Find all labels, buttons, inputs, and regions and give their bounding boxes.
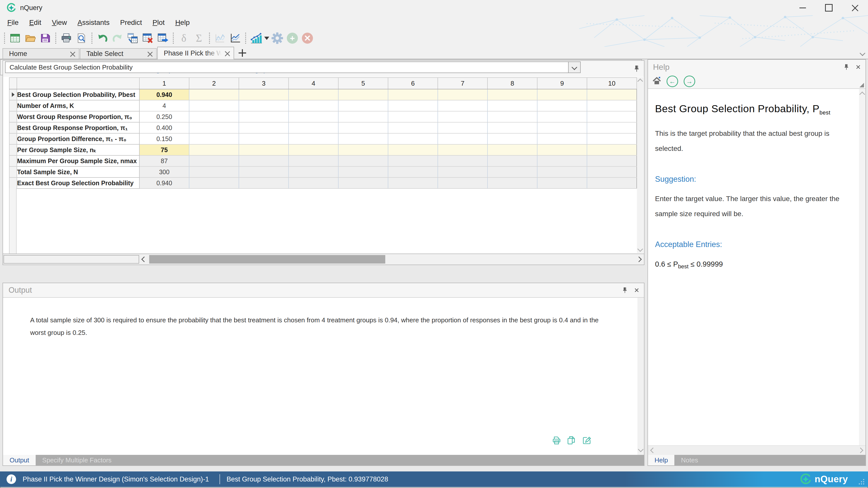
menu-plot[interactable]: Plot: [147, 19, 170, 27]
close-panel-icon[interactable]: [634, 287, 640, 293]
table-cell-empty[interactable]: [438, 144, 488, 155]
edit-output-icon[interactable]: [582, 436, 591, 446]
table-cell-empty[interactable]: [288, 177, 338, 189]
table-cell-empty[interactable]: [388, 100, 438, 111]
table-cell-empty[interactable]: [488, 166, 537, 177]
table-cell-empty[interactable]: [438, 100, 488, 111]
table-cell-empty[interactable]: [438, 133, 488, 144]
add-icon[interactable]: +: [286, 32, 299, 45]
table-cell-value[interactable]: 75: [140, 144, 189, 155]
table-cell-empty[interactable]: [438, 89, 488, 100]
table-cell-empty[interactable]: [388, 166, 438, 177]
dropdown-chevron-button[interactable]: [568, 62, 580, 72]
forward-icon[interactable]: →: [684, 75, 695, 87]
row-header[interactable]: [9, 133, 17, 144]
table-cell-empty[interactable]: [388, 144, 438, 155]
table-cell-empty[interactable]: [488, 89, 537, 100]
table-cell-empty[interactable]: [288, 133, 338, 144]
corner-cell[interactable]: [9, 77, 17, 89]
column-header[interactable]: 5: [338, 77, 388, 89]
table-cell-empty[interactable]: [438, 111, 488, 122]
table-cell-value[interactable]: 0.400: [140, 122, 189, 133]
row-header[interactable]: [9, 122, 17, 133]
bar-chart-icon[interactable]: [250, 32, 263, 45]
resize-grip[interactable]: [858, 478, 865, 485]
chart-dropdown-icon[interactable]: [264, 37, 269, 40]
table-cell-empty[interactable]: [537, 144, 587, 155]
table-cell-empty[interactable]: [587, 166, 637, 177]
table-cell-empty[interactable]: [239, 111, 288, 122]
table-cell-empty[interactable]: [537, 166, 587, 177]
table-cell-empty[interactable]: [537, 177, 587, 189]
table-cell-empty[interactable]: [239, 100, 288, 111]
tab-close-icon[interactable]: [224, 51, 230, 56]
row-label[interactable]: Exact Best Group Selection Probability: [17, 177, 140, 189]
tab-help[interactable]: Help: [648, 455, 674, 465]
tab-phase-ii-pick-the-winner[interactable]: Phase II Pick the Winn: [157, 47, 234, 59]
table-cell-empty[interactable]: [189, 89, 239, 100]
table-cell-empty[interactable]: [488, 177, 537, 189]
table-cell-empty[interactable]: [239, 155, 288, 166]
table-cell-empty[interactable]: [388, 89, 438, 100]
table-cell-empty[interactable]: [537, 111, 587, 122]
table-cell-empty[interactable]: [438, 177, 488, 189]
column-header[interactable]: 10: [587, 77, 637, 89]
table-cell-empty[interactable]: [587, 133, 637, 144]
table-cell-empty[interactable]: [587, 122, 637, 133]
scroll-right-icon[interactable]: [858, 448, 864, 453]
column-header[interactable]: 9: [537, 77, 587, 89]
export-table-icon[interactable]: [156, 32, 169, 45]
row-header[interactable]: [9, 166, 17, 177]
table-cell-empty[interactable]: [438, 155, 488, 166]
undo-icon[interactable]: [96, 32, 109, 45]
row-header[interactable]: [9, 144, 17, 155]
new-tab-button[interactable]: [239, 49, 246, 57]
tab-specify-multiple-factors[interactable]: Specify Multiple Factors: [36, 455, 118, 465]
panel-resize-grip[interactable]: [860, 83, 864, 87]
table-cell-empty[interactable]: [587, 111, 637, 122]
tab-output[interactable]: Output: [3, 455, 36, 465]
table-cell-value[interactable]: 0.250: [140, 111, 189, 122]
redo-icon[interactable]: [111, 32, 124, 45]
table-cell-empty[interactable]: [438, 122, 488, 133]
table-cell-empty[interactable]: [288, 122, 338, 133]
help-horizontal-scrollbar[interactable]: [648, 445, 866, 455]
scroll-up-icon[interactable]: [638, 78, 643, 84]
calculation-dropdown[interactable]: Calculate Best Group Selection Probabili…: [5, 62, 581, 73]
table-cell-empty[interactable]: [288, 111, 338, 122]
menu-file[interactable]: File: [2, 19, 24, 27]
back-icon[interactable]: ←: [666, 75, 678, 87]
table-cell-empty[interactable]: [189, 111, 239, 122]
table-cell-empty[interactable]: [239, 89, 288, 100]
row-label[interactable]: Best Group Response Proportion, π₁: [17, 122, 140, 133]
row-header[interactable]: [9, 100, 17, 111]
cancel-icon[interactable]: ✕: [301, 32, 314, 45]
tab-close-icon[interactable]: [147, 51, 153, 57]
copy-output-icon[interactable]: [567, 436, 576, 446]
table-cell-empty[interactable]: [338, 133, 388, 144]
table-cell-empty[interactable]: [189, 144, 239, 155]
table-cell-empty[interactable]: [288, 155, 338, 166]
table-cell-empty[interactable]: [388, 155, 438, 166]
table-cell-empty[interactable]: [338, 155, 388, 166]
menu-predict[interactable]: Predict: [115, 19, 147, 27]
close-button[interactable]: [842, 0, 868, 15]
table-cell-value[interactable]: 0.940: [140, 177, 189, 189]
table-cell-value[interactable]: 0.940: [140, 89, 189, 100]
table-cell-empty[interactable]: [338, 100, 388, 111]
close-panel-icon[interactable]: [856, 64, 861, 70]
table-cell-empty[interactable]: [288, 166, 338, 177]
copy-table-icon[interactable]: [126, 32, 139, 45]
menu-help[interactable]: Help: [170, 19, 195, 27]
table-cell-empty[interactable]: [239, 133, 288, 144]
table-cell-empty[interactable]: [488, 100, 537, 111]
tab-table-select[interactable]: Table Select: [80, 48, 157, 59]
column-header[interactable]: 8: [488, 77, 537, 89]
label-column-header[interactable]: [17, 77, 140, 89]
row-label[interactable]: Worst Group Response Proportion, π₀: [17, 111, 140, 122]
pin-icon[interactable]: [844, 64, 849, 70]
table-cell-value[interactable]: 300: [140, 166, 189, 177]
menu-view[interactable]: View: [46, 19, 72, 27]
scroll-up-icon[interactable]: [860, 92, 865, 97]
table-cell-empty[interactable]: [488, 122, 537, 133]
